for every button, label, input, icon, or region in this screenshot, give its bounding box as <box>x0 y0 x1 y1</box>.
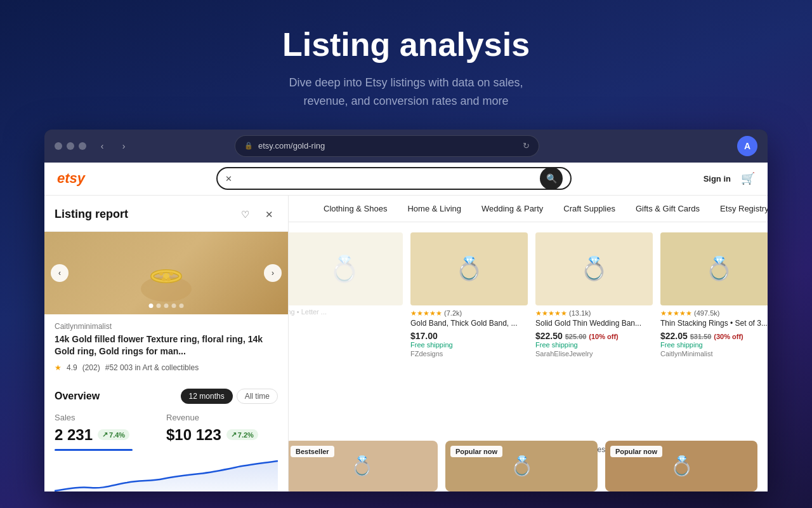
etsy-header: etsy ✕ 🔍 Sign in 🛒 <box>44 163 768 196</box>
product-carousel: ‹ › <box>44 232 288 314</box>
revenue-badge: ↗ 7.2% <box>226 429 258 440</box>
forward-button[interactable]: › <box>115 138 132 154</box>
thumb-card-popular-1[interactable]: 💍 Popular now <box>445 441 598 491</box>
product-stars-1: ★★★★★ (7.2k) <box>410 309 528 318</box>
product-shipping-1: Free shipping <box>410 341 528 349</box>
product-stars-3: ★★★★★ (497.5k) <box>660 309 768 318</box>
sales-badge: ↗ 7.4% <box>98 429 129 440</box>
svg-point-4 <box>159 272 163 276</box>
tab-alltime[interactable]: All time <box>237 389 278 404</box>
search-button[interactable]: 🔍 <box>540 167 563 190</box>
carousel-dot-0[interactable] <box>149 304 154 308</box>
product-rank: #52 003 in Art & collectibles <box>105 363 199 372</box>
overview-title: Overview <box>55 391 100 402</box>
product-name: 14k Gold filled flower Texture ring, flo… <box>55 333 278 358</box>
reviews-count: (202) <box>82 363 100 372</box>
browser-dot-green <box>79 142 86 150</box>
etsy-logo: etsy <box>57 170 85 187</box>
sign-in-button[interactable]: Sign in <box>704 174 731 184</box>
close-button[interactable]: ✕ <box>260 206 278 224</box>
product-title-2: Solid Gold Thin Wedding Ban... <box>535 319 653 329</box>
product-card-2[interactable]: 💍 ★★★★★ (13.1k) Solid Gold Thin Wedding … <box>535 232 653 364</box>
svg-point-7 <box>167 277 171 281</box>
nav-gifts[interactable]: Gifts & Gift Cards <box>636 204 700 213</box>
lock-icon: 🔒 <box>244 142 253 150</box>
sales-value: 2 231 ↗ 7.4% <box>55 426 166 444</box>
carousel-image <box>44 232 288 314</box>
carousel-dot-4[interactable] <box>180 304 184 308</box>
address-text: etsy.com/gold-ring <box>258 141 518 150</box>
panel-actions: ♡ ✕ <box>236 206 278 224</box>
panel-title: Listing report <box>55 208 128 221</box>
favorite-button[interactable]: ♡ <box>236 206 254 224</box>
address-bar[interactable]: 🔒 etsy.com/gold-ring ↻ <box>235 135 539 157</box>
browser-chrome: ‹ › 🔒 etsy.com/gold-ring ↻ A <box>44 130 768 163</box>
tab-12months[interactable]: 12 months <box>181 389 233 404</box>
browser-nav: ‹ › <box>94 138 132 154</box>
product-title-1: Gold Band, Thick Gold Band, ... <box>410 319 528 329</box>
carousel-dot-2[interactable] <box>164 304 169 308</box>
product-card-0[interactable]: 💍 ing • Letter ... <box>285 232 403 364</box>
panel-header: Listing report ♡ ✕ <box>44 196 288 232</box>
mini-chart <box>55 456 278 491</box>
product-card-3[interactable]: 💍 ★★★★★ (497.5k) Thin Stacking Rings • S… <box>660 232 768 364</box>
listing-panel: Listing report ♡ ✕ <box>44 196 289 491</box>
nav-craft[interactable]: Craft Supplies <box>563 204 615 213</box>
ahrefs-extension[interactable]: A <box>737 136 757 156</box>
popular-badge-1: Popular now <box>450 446 502 457</box>
svg-point-5 <box>169 272 173 276</box>
sales-metric: Sales 2 231 ↗ 7.4% <box>55 413 166 451</box>
nav-registry[interactable]: Etsy Registry <box>720 204 768 213</box>
sales-underline <box>55 449 133 451</box>
product-price-1: $17.00 <box>410 331 528 341</box>
product-price-3: $22.05 $31.50 (30% off) <box>660 331 768 341</box>
thumb-card-bestseller[interactable]: 💍 Bestseller <box>285 441 438 491</box>
hero-section: Listing analysis Dive deep into Etsy lis… <box>0 0 812 130</box>
product-shop-1: FZdesigns <box>410 350 528 358</box>
product-info: Caitlynminimalist 14k Gold filled flower… <box>44 314 288 380</box>
search-icon: 🔍 <box>546 173 557 184</box>
svg-point-6 <box>162 277 166 281</box>
bestseller-badge: Bestseller <box>291 446 334 457</box>
carousel-dot-3[interactable] <box>172 304 176 308</box>
product-card-1[interactable]: 💍 ★★★★★ (7.2k) Gold Band, Thick Gold Ban… <box>410 232 528 364</box>
etsy-nav: Clothing & Shoes Home & Living Wedding &… <box>285 196 768 222</box>
back-button[interactable]: ‹ <box>94 138 110 154</box>
overview-section: Overview 12 months All time Sales 2 231 … <box>44 380 288 491</box>
clear-search-icon[interactable]: ✕ <box>225 174 232 184</box>
product-price-2: $22.50 $25.00 (10% off) <box>535 331 653 341</box>
product-stars-2: ★★★★★ (13.1k) <box>535 309 653 318</box>
carousel-dots <box>149 304 184 308</box>
etsy-page: etsy ✕ 🔍 Sign in 🛒 Clothing & Shoes Home… <box>44 163 768 491</box>
overview-tabs: 12 months All time <box>181 389 278 404</box>
thumb-card-popular-2[interactable]: 💍 Popular now <box>605 441 757 491</box>
popular-badge-2: Popular now <box>610 446 662 457</box>
revenue-label: Revenue <box>166 413 278 422</box>
carousel-prev-button[interactable]: ‹ <box>51 264 69 282</box>
browser-dots <box>55 142 86 150</box>
browser-dot-red <box>55 142 62 150</box>
etsy-search-bar[interactable]: ✕ 🔍 <box>216 167 572 190</box>
product-shipping-3: Free shipping <box>660 341 768 349</box>
rating-value: 4.9 <box>67 363 77 372</box>
carousel-dot-1[interactable] <box>157 304 161 308</box>
nav-clothing[interactable]: Clothing & Shoes <box>324 204 387 213</box>
hero-subtitle: Dive deep into Etsy listings with data o… <box>13 74 799 110</box>
shop-name: Caitlynminimalist <box>55 322 278 331</box>
revenue-value: $10 123 ↗ 7.2% <box>166 426 278 444</box>
browser-dot-yellow <box>67 142 74 150</box>
overview-header: Overview 12 months All time <box>55 389 278 404</box>
product-shop-3: CaitlynMinimalist <box>660 350 768 358</box>
product-shop-2: SarahEliseJewelry <box>535 350 653 358</box>
product-shipping-2: Free shipping <box>535 341 653 349</box>
metrics-row: Sales 2 231 ↗ 7.4% Revenue <box>55 413 278 451</box>
product-title-3: Thin Stacking Rings • Set of 3... <box>660 319 768 329</box>
browser-window: ‹ › 🔒 etsy.com/gold-ring ↻ A etsy ✕ 🔍 Si… <box>44 130 768 491</box>
nav-wedding[interactable]: Wedding & Party <box>481 204 543 213</box>
nav-home[interactable]: Home & Living <box>407 204 461 213</box>
hero-title: Listing analysis <box>13 25 799 64</box>
product-meta: ★ 4.9 (202) #52 003 in Art & collectible… <box>55 363 278 372</box>
carousel-next-button[interactable]: › <box>264 264 282 282</box>
cart-icon[interactable]: 🛒 <box>741 171 755 185</box>
refresh-icon[interactable]: ↻ <box>523 141 530 150</box>
